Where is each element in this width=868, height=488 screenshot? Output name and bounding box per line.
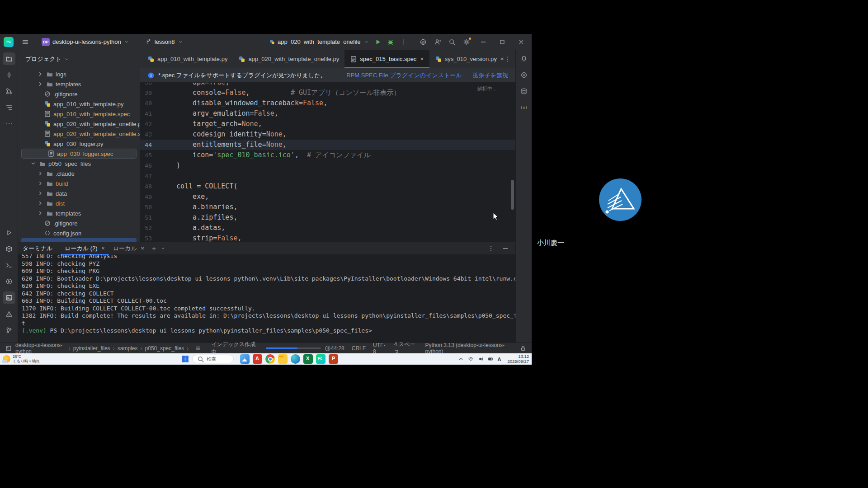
tree-item[interactable]: app_010_with_template.spec <box>18 109 140 119</box>
minimize-window-icon[interactable] <box>477 38 489 46</box>
debug-button[interactable] <box>387 38 394 46</box>
tool-window-button-problems[interactable] <box>3 308 15 320</box>
editor-scrollbar[interactable] <box>511 180 514 210</box>
settings-gear-icon[interactable] <box>463 38 470 46</box>
tool-window-button-pull-requests[interactable] <box>3 85 15 98</box>
chrome-app-icon[interactable] <box>265 354 275 364</box>
edge-app-icon[interactable] <box>291 354 300 364</box>
editor-tab[interactable]: spec_015_basic.spec✕ <box>344 50 429 68</box>
tree-item[interactable]: .gitignore <box>18 218 140 228</box>
tree-item[interactable]: app_010_with_template.py <box>18 99 140 109</box>
excel-app-icon[interactable] <box>303 354 313 364</box>
photos-app-icon[interactable] <box>240 354 250 364</box>
new-terminal-icon[interactable]: + <box>152 244 156 252</box>
tree-item[interactable]: build <box>18 178 140 188</box>
powerpoint-app-icon[interactable] <box>329 354 338 364</box>
caret-position[interactable]: 44:28 <box>331 345 344 352</box>
pause-indexing-icon[interactable] <box>325 345 331 352</box>
tab-list-chevron-icon[interactable] <box>493 56 498 62</box>
tree-item[interactable]: app_030_logger.spec <box>21 149 137 159</box>
run-button[interactable] <box>374 38 382 46</box>
editor-tab[interactable]: app_010_with_template.py <box>142 50 233 68</box>
run-configuration[interactable]: app_020_with_template_onefile <box>269 38 369 45</box>
explorer-app-icon[interactable] <box>278 354 288 364</box>
taskbar-search[interactable]: 検索 <box>192 355 234 363</box>
lock-icon[interactable] <box>520 345 526 352</box>
tool-window-button-database[interactable] <box>518 85 530 98</box>
tree-item[interactable]: data <box>18 188 140 198</box>
tool-window-button-terminal[interactable] <box>3 291 15 304</box>
project-folder-icon <box>5 55 13 62</box>
code-with-me-icon[interactable]: @ <box>420 38 427 46</box>
tree-item[interactable]: app_030_logger.py <box>18 139 140 149</box>
tree-item[interactable]: .claude <box>18 169 140 178</box>
tool-window-button-ai-assistant[interactable] <box>518 69 530 81</box>
tree-item[interactable]: app_020_with_template_onefile.p <box>18 119 140 129</box>
search-everywhere-icon[interactable] <box>448 38 456 46</box>
tree-item[interactable] <box>21 238 137 242</box>
taskbar-clock[interactable]: 13:12 2025/09/27 <box>507 354 529 364</box>
tool-window-button-project-folder[interactable] <box>3 52 15 65</box>
editor-tab[interactable]: app_020_with_template_onefile.py <box>233 50 344 68</box>
tree-item[interactable]: templates <box>18 208 140 218</box>
tab-options-icon[interactable] <box>504 56 511 63</box>
tool-window-button-variables[interactable]: (x) <box>518 101 530 114</box>
terminal-options-chevron-icon[interactable] <box>160 246 166 251</box>
tool-window-button-commit[interactable] <box>3 69 15 81</box>
close-window-icon[interactable] <box>515 38 527 46</box>
terminal-more-icon[interactable] <box>487 245 495 252</box>
tool-windows-icon[interactable] <box>5 345 12 352</box>
chevron-up-icon[interactable] <box>458 356 464 362</box>
tool-window-button-more[interactable] <box>3 117 15 130</box>
close-terminal-tab-icon[interactable]: ✕ <box>101 246 105 251</box>
tool-window-button-python-packages[interactable] <box>3 243 15 255</box>
close-terminal-tab-icon[interactable]: ✕ <box>141 246 144 251</box>
tool-window-button-structure[interactable] <box>3 101 15 114</box>
python-interpreter[interactable]: Python 3.13 (desktop-ui-lessons-python) <box>425 342 513 355</box>
tool-window-button-version-control[interactable] <box>3 324 15 337</box>
battery-icon[interactable] <box>488 356 494 362</box>
tree-item[interactable]: logs <box>18 69 140 79</box>
weather-widget[interactable]: 26°C くもり時々晴れ <box>3 354 40 363</box>
volume-icon[interactable] <box>478 356 484 362</box>
install-plugin-link[interactable]: RPM SPEC File プラグインのインストール <box>346 71 462 80</box>
tree-item[interactable]: config.json <box>18 228 140 238</box>
tree-item[interactable]: p050_spec_files <box>18 159 140 169</box>
add-user-icon[interactable] <box>434 38 441 46</box>
wifi-icon[interactable] <box>468 356 474 362</box>
spec-icon <box>47 150 55 157</box>
file-structure-icon[interactable] <box>195 345 201 352</box>
breadcrumb-item[interactable]: samples <box>118 345 138 352</box>
breadcrumb-item[interactable]: pyinstaller_files <box>73 345 110 352</box>
terminal-tab[interactable]: ローカル✕ <box>109 242 148 255</box>
tool-window-button-services[interactable] <box>3 275 15 288</box>
tool-window-button-python-console[interactable] <box>3 259 15 272</box>
terminal-tab[interactable]: ローカル (2)✕ <box>61 242 109 255</box>
line-ending[interactable]: CRLF <box>352 345 366 352</box>
acrobat-app-icon[interactable] <box>253 354 262 364</box>
terminal-output[interactable]: 557 INFO: checking Analysis598 INFO: che… <box>18 254 515 343</box>
tree-item[interactable]: app_020_with_template_onefile.s <box>18 129 140 139</box>
tool-window-button-notifications[interactable] <box>518 52 530 65</box>
tree-item[interactable]: .gitignore <box>18 89 140 99</box>
file-encoding[interactable]: UTF-8 <box>373 342 387 355</box>
breadcrumb-item[interactable]: p050_spec_files <box>145 345 184 352</box>
tool-window-button-run[interactable] <box>3 226 15 239</box>
branch-widget[interactable]: lesson8 <box>142 37 186 47</box>
code-editor[interactable]: 38 upx=True,39 console=False, # GUIアプリ（コ… <box>140 83 515 242</box>
start-button[interactable] <box>182 356 189 362</box>
maximize-window-icon[interactable] <box>496 38 508 46</box>
ime-indicator[interactable]: A <box>498 357 501 362</box>
tree-item[interactable]: templates <box>18 79 140 89</box>
project-panel-header[interactable]: プロジェクト <box>18 50 140 68</box>
close-tab-icon[interactable]: ✕ <box>420 56 424 61</box>
hide-terminal-icon[interactable] <box>502 245 509 252</box>
pycharm-app-icon[interactable] <box>316 354 326 364</box>
more-actions-icon[interactable] <box>400 38 407 46</box>
line-number: 43 <box>140 129 152 140</box>
main-menu-icon[interactable] <box>22 38 29 46</box>
project-widget[interactable]: DP desktop-ui-lessons-python <box>39 37 132 47</box>
breadcrumb-item[interactable]: desktop-ui-lessons-python <box>15 342 66 355</box>
ignore-extension-link[interactable]: 拡張子を無視 <box>473 71 508 80</box>
tree-item[interactable]: dist <box>18 198 140 208</box>
